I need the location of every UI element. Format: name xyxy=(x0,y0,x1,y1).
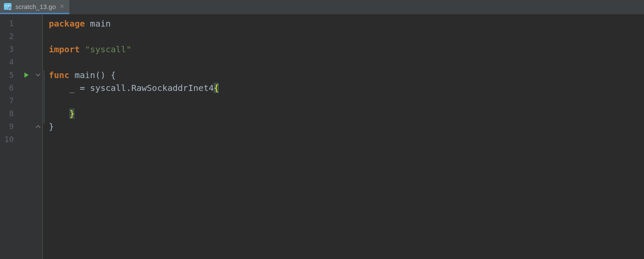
scope-indent-guide xyxy=(44,70,45,123)
tab-bar: scratch_13.go × xyxy=(0,0,644,15)
code-line xyxy=(49,94,644,107)
matched-brace: } xyxy=(69,108,75,119)
line-number-gutter: 1 2 3 4 5 6 7 8 9 10 xyxy=(0,15,20,259)
line-number: 4 xyxy=(0,56,20,69)
fold-end-icon[interactable] xyxy=(33,120,42,133)
code-line: } xyxy=(49,107,644,120)
code-line xyxy=(49,30,644,43)
fold-gutter xyxy=(33,15,43,259)
line-number: 10 xyxy=(0,133,20,146)
matched-brace: { xyxy=(214,83,219,93)
code-area[interactable]: package main import "syscall" func main(… xyxy=(43,15,644,259)
line-number: 5 xyxy=(0,69,20,81)
line-number: 1 xyxy=(0,17,20,30)
run-gutter xyxy=(20,15,33,259)
line-number: 9 xyxy=(0,120,20,133)
svg-point-4 xyxy=(9,6,10,6)
line-number: 2 xyxy=(0,30,20,43)
code-line: _ = syscall.RawSockaddrInet4{ xyxy=(49,81,644,94)
line-number: 8 xyxy=(0,107,20,120)
svg-point-5 xyxy=(8,7,12,10)
code-line: } xyxy=(49,120,644,133)
line-number: 6 xyxy=(0,81,20,94)
tab-filename: scratch_13.go xyxy=(15,3,56,10)
line-number: 3 xyxy=(0,43,20,56)
code-line: import "syscall" xyxy=(49,43,644,56)
line-number: 7 xyxy=(0,94,20,107)
run-icon[interactable] xyxy=(20,69,33,81)
fold-start-icon[interactable] xyxy=(33,69,42,81)
go-file-icon xyxy=(3,2,12,11)
editor[interactable]: 1 2 3 4 5 6 7 8 9 10 package main import… xyxy=(0,15,644,259)
code-line xyxy=(49,56,644,69)
code-line: func main() { xyxy=(49,69,644,81)
svg-marker-7 xyxy=(24,72,29,78)
file-tab[interactable]: scratch_13.go × xyxy=(0,0,69,14)
close-icon[interactable]: × xyxy=(59,3,65,10)
code-line xyxy=(49,133,644,146)
svg-point-3 xyxy=(6,6,7,6)
code-line: package main xyxy=(49,17,644,30)
